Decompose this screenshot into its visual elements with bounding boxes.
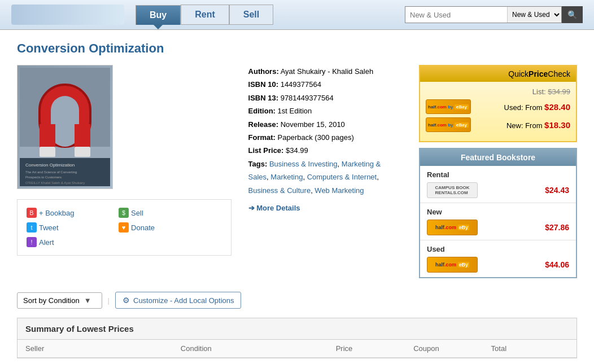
bookbag-label: + Bookbag: [39, 209, 75, 217]
sort-dropdown[interactable]: Sort by Condition ▼: [17, 292, 102, 309]
customize-label: Customize - Add Local Options: [133, 296, 234, 305]
qpc-logo-2[interactable]: half.com by eBay: [426, 117, 471, 132]
qpc-logo2-text: half.com by eBay: [428, 122, 469, 128]
fb-used-price: $44.06: [545, 260, 569, 269]
isbn13-row: ISBN 13: 9781449377564: [248, 91, 402, 104]
tweet-icon: t: [27, 222, 37, 233]
half-logo-new-text: half.com eBy: [435, 225, 469, 230]
social-actions-box: B + Bookbag $ Sell t Tweet ♥ Donate !: [17, 199, 232, 256]
svg-text:The Art and Science of Convert: The Art and Science of Converting: [25, 170, 77, 174]
qpc-logo-1[interactable]: half.com by eBay: [426, 99, 471, 114]
sell-action[interactable]: $ Sell: [116, 207, 206, 219]
release-value: November 15, 2010: [281, 120, 345, 129]
campus-logo-text: CAMPUS BOOKRENTALS.COM: [435, 185, 470, 195]
book-details: Authors: Ayat Shukairy - Khalid Saleh IS…: [248, 65, 402, 214]
tags-row: Tags: Business & Investing, Marketing & …: [248, 157, 402, 197]
list-price-label: List Price:: [248, 146, 284, 155]
fb-new-section: New half.com eBy $27.86: [420, 203, 576, 240]
qpc-new-label: New:: [506, 121, 523, 130]
edition-value: 1st Edition: [278, 107, 312, 115]
sell-label: Sell: [131, 209, 143, 217]
isbn10-label: ISBN 10:: [248, 80, 278, 89]
half-logo-used-text: half.com eBy: [435, 262, 469, 267]
qpc-new-price-info: New: From $18.30: [506, 120, 570, 130]
book-cover: Conversion Optimization The Art and Scie…: [17, 65, 113, 189]
qpc-list-price: List: $34.99: [426, 87, 570, 96]
tab-rent[interactable]: Rent: [181, 5, 229, 25]
search-button[interactable]: 🔍: [562, 6, 583, 23]
tab-buy[interactable]: Buy: [136, 5, 181, 25]
col-total: Total: [491, 344, 569, 353]
donate-icon: ♥: [119, 222, 129, 233]
list-price-value: $34.99: [286, 146, 308, 155]
fb-rental-section: Rental CAMPUS BOOKRENTALS.COM $24.43: [420, 166, 576, 203]
header: Buy Rent Sell New & Used New Used 🔍: [0, 0, 594, 30]
sort-label: Sort by Condition: [23, 296, 80, 305]
qpc-used-price: $28.40: [544, 102, 570, 112]
search-input[interactable]: [405, 7, 507, 23]
tag-link-1[interactable]: Business & Investing: [269, 160, 338, 168]
release-label: Release:: [248, 120, 278, 129]
fb-new-title: New: [427, 208, 569, 216]
more-details-link[interactable]: More Details: [248, 204, 300, 212]
fb-used-section: Used half.com eBy $44.06: [420, 240, 576, 277]
tag-link-3[interactable]: Marketing: [270, 173, 303, 181]
fb-rental-title: Rental: [427, 170, 569, 179]
format-value: Paperback (300 pages): [278, 133, 354, 142]
col-condition: Condition: [181, 344, 336, 353]
qpc-used-price-info: Used: From $28.40: [504, 102, 570, 112]
tab-sell[interactable]: Sell: [229, 5, 273, 25]
qpc-new-price: $18.30: [544, 120, 570, 130]
tweet-label: Tweet: [39, 223, 59, 232]
customize-button[interactable]: ⚙ Customize - Add Local Options: [115, 292, 241, 309]
bookbag-icon: B: [27, 208, 37, 218]
isbn13-value: 9781449377564: [281, 94, 334, 102]
quick-price-check: QuickPriceCheck List: $34.99 half.com by…: [419, 65, 577, 142]
qpc-new-from: From: [525, 121, 542, 130]
qpc-body: List: $34.99 half.com by eBay Used: From…: [420, 82, 576, 141]
tweet-action[interactable]: t Tweet: [24, 221, 114, 234]
search-bar: New & Used New Used 🔍: [405, 6, 583, 23]
donate-action[interactable]: ♥ Donate: [116, 221, 206, 234]
campus-book-logo[interactable]: CAMPUS BOOKRENTALS.COM: [427, 182, 478, 198]
format-row: Format: Paperback (300 pages): [248, 131, 402, 144]
qpc-list-label: List:: [532, 87, 546, 96]
fb-header: Featured Bookstore: [420, 149, 576, 166]
alert-action[interactable]: ! Alert: [24, 236, 114, 248]
search-dropdown[interactable]: New & Used New Used: [507, 7, 561, 23]
fb-used-row: half.com eBy $44.06: [427, 257, 569, 273]
half-logo-used[interactable]: half.com eBy: [427, 257, 478, 273]
isbn10-value: 1449377564: [281, 80, 321, 89]
fb-rental-price: $24.43: [545, 186, 569, 195]
tag-link-4[interactable]: Computers & Internet: [307, 173, 377, 181]
sort-section: Sort by Condition ▼ | ⚙ Customize - Add …: [17, 292, 577, 309]
edition-row: Edition: 1st Edition: [248, 104, 402, 117]
bookbag-action[interactable]: B + Bookbag: [24, 207, 114, 219]
qpc-used-label: Used:: [504, 103, 523, 112]
book-left-col: Conversion Optimization The Art and Scie…: [17, 65, 232, 256]
tag-link-5[interactable]: Business & Culture: [248, 186, 311, 195]
more-details-row: More Details: [248, 201, 402, 214]
isbn10-row: ISBN 10: 1449377564: [248, 78, 402, 91]
fb-new-price: $27.86: [545, 223, 569, 232]
half-logo-new[interactable]: half.com eBy: [427, 220, 478, 235]
authors-value: Ayat Shukairy - Khalid Saleh: [281, 67, 374, 76]
alert-label: Alert: [39, 238, 54, 247]
authors-row: Authors: Ayat Shukairy - Khalid Saleh: [248, 65, 402, 78]
svg-text:O'REILLY    Khalid Saleh & Aya: O'REILLY Khalid Saleh & Ayat Shukairy: [25, 181, 85, 185]
tags-label: Tags:: [248, 160, 268, 168]
summary-section: Summary of Lowest Prices Seller Conditio…: [17, 318, 577, 358]
svg-text:Prospects to Customers: Prospects to Customers: [25, 176, 62, 179]
summary-header: Summary of Lowest Prices: [18, 318, 576, 340]
col-seller: Seller: [25, 344, 181, 353]
qpc-title-bold: Price: [529, 69, 548, 78]
col-coupon: Coupon: [413, 344, 491, 353]
sort-arrow-icon: ▼: [84, 296, 91, 305]
tag-link-6[interactable]: Web Marketing: [315, 186, 364, 195]
svg-rect-6: [40, 147, 55, 157]
right-panel: QuickPriceCheck List: $34.99 half.com by…: [419, 65, 577, 278]
qpc-title-end: Check: [548, 69, 570, 78]
site-logo: [11, 5, 124, 25]
gear-icon: ⚙: [123, 296, 130, 305]
list-price-row: List Price: $34.99: [248, 144, 402, 157]
